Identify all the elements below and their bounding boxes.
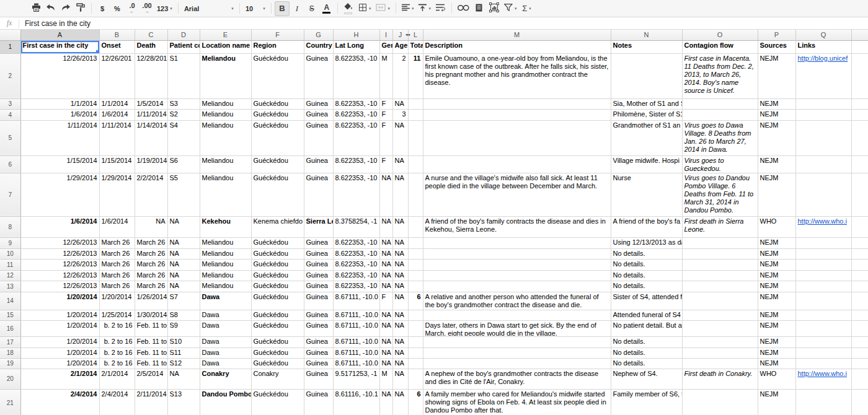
cell-H1[interactable]: Lat Long xyxy=(333,40,379,53)
cell-O14[interactable] xyxy=(682,292,758,310)
column-header-E[interactable]: E xyxy=(200,30,251,40)
cell-M5[interactable] xyxy=(423,120,611,155)
cell-R7[interactable] xyxy=(851,173,868,216)
decrease-decimal-button[interactable]: .0← xyxy=(125,1,140,16)
cell-C1[interactable]: Death xyxy=(135,40,167,53)
cell-P9[interactable]: NEJM xyxy=(758,237,795,248)
cell-N18[interactable]: No details. xyxy=(611,347,682,358)
cell-B15[interactable]: 1/25/2014 xyxy=(99,310,135,320)
cell-O7[interactable]: Virus goes to Dandou Pombo Village. 6 De… xyxy=(682,173,758,216)
cell-L6[interactable] xyxy=(408,155,423,173)
cell-E5[interactable]: Meliandou xyxy=(200,120,251,155)
cell-Q20[interactable]: http://www.who.i xyxy=(795,369,851,389)
cell-O11[interactable] xyxy=(682,259,758,270)
cell-B8[interactable]: 1/6/2014 xyxy=(99,216,135,237)
cell-G13[interactable]: Guinea xyxy=(304,281,333,292)
cell-J4[interactable]: 3 xyxy=(392,109,408,120)
cell-G2[interactable]: Guinea xyxy=(304,53,333,98)
column-header-partial[interactable] xyxy=(851,30,868,40)
cell-F17[interactable]: Guéckédou xyxy=(251,336,304,347)
cell-Q4[interactable] xyxy=(795,109,851,120)
cell-R21[interactable] xyxy=(851,389,868,415)
cell-F18[interactable]: Guéckédou xyxy=(251,347,304,358)
cell-L5[interactable] xyxy=(408,120,423,155)
cell-P21[interactable]: NEJM xyxy=(758,389,795,415)
row-header-12[interactable]: 12 xyxy=(0,270,20,281)
cell-E8[interactable]: Kekehou xyxy=(200,216,251,237)
cell-M4[interactable] xyxy=(423,109,611,120)
cell-B9[interactable]: March 26 xyxy=(99,237,135,248)
cell-D14[interactable]: S7 xyxy=(167,292,200,310)
cell-F19[interactable]: Guéckédou xyxy=(251,358,304,369)
cell-O12[interactable] xyxy=(682,270,758,281)
cell-G10[interactable]: Guinea xyxy=(304,248,333,259)
cell-N21[interactable]: Family member of S6, took care of S6. Us… xyxy=(611,389,682,415)
cell-H11[interactable]: 8.622353, -10 xyxy=(333,259,379,270)
cell-L3[interactable] xyxy=(408,98,423,109)
cell-R9[interactable] xyxy=(851,237,868,248)
cell-N20[interactable]: Nephew of S4. xyxy=(611,369,682,389)
cell-P20[interactable]: WHO xyxy=(758,369,795,389)
cell-I16[interactable]: NA xyxy=(379,320,392,336)
cell-D13[interactable]: NA xyxy=(167,281,200,292)
cell-N2[interactable] xyxy=(611,53,682,98)
cell-E2[interactable]: Meliandou xyxy=(200,53,251,98)
cell-L15[interactable] xyxy=(408,310,423,320)
cell-M21[interactable]: A family member who cared for Meliandou'… xyxy=(423,389,611,415)
cell-P3[interactable]: NEJM xyxy=(758,98,795,109)
cell-O19[interactable] xyxy=(682,358,758,369)
cell-L12[interactable] xyxy=(408,270,423,281)
cell-O8[interactable]: First death in Sierra Leone. xyxy=(682,216,758,237)
currency-format-button[interactable]: $ xyxy=(95,1,110,16)
cell-R1[interactable] xyxy=(851,40,868,53)
cell-E18[interactable]: Dawa xyxy=(200,347,251,358)
row-header-5[interactable]: 5 xyxy=(0,120,20,155)
cell-P19[interactable]: NEJM xyxy=(758,358,795,369)
cell-I21[interactable]: NA xyxy=(379,389,392,415)
cell-J12[interactable]: NA xyxy=(392,270,408,281)
cell-P10[interactable]: NEJM xyxy=(758,248,795,259)
horizontal-align-button[interactable]: ▾ xyxy=(399,1,417,16)
cell-I13[interactable]: NA xyxy=(379,281,392,292)
column-header-Q[interactable]: Q xyxy=(795,30,851,40)
cell-P15[interactable]: NEJM xyxy=(758,310,795,320)
cell-H14[interactable]: 8.67111, -10.0 xyxy=(333,292,379,310)
column-header-M[interactable]: M xyxy=(423,30,611,40)
cell-I8[interactable]: NA xyxy=(379,216,392,237)
cell-N3[interactable]: Sia, Mother of S1 and S2 xyxy=(611,98,682,109)
cell-F8[interactable]: Kenema chiefdo xyxy=(251,216,304,237)
cell-D17[interactable]: S10 xyxy=(167,336,200,347)
fill-color-button[interactable] xyxy=(341,1,356,16)
cell-Q15[interactable] xyxy=(795,310,851,320)
cell-F6[interactable]: Guéckédou xyxy=(251,155,304,173)
italic-button[interactable]: I xyxy=(290,1,304,16)
row-header-18[interactable]: 18 xyxy=(0,347,20,358)
row-header-11[interactable]: 11 xyxy=(0,259,20,270)
cell-R12[interactable] xyxy=(851,270,868,281)
cell-B6[interactable]: 1/15/2014 xyxy=(99,155,135,173)
cell-B14[interactable]: 1/20/2014 xyxy=(99,292,135,310)
cell-R8[interactable] xyxy=(851,216,868,237)
cell-P16[interactable]: NEJM xyxy=(758,320,795,336)
cell-C11[interactable]: March 26 xyxy=(135,259,167,270)
cell-C21[interactable]: 2/11/2014 xyxy=(135,389,167,415)
font-size-select[interactable]: 10▾ xyxy=(243,1,268,16)
column-header-B[interactable]: B xyxy=(99,30,135,40)
cell-O16[interactable] xyxy=(682,320,758,336)
cell-M2[interactable]: Emile Ouamouno, a one-year-old boy from … xyxy=(423,53,611,98)
cell-A5[interactable]: 1/11/2014 xyxy=(20,120,99,155)
cell-I9[interactable]: NA xyxy=(379,237,392,248)
row-header-19[interactable]: 19 xyxy=(0,358,20,369)
cell-P6[interactable]: NEJM xyxy=(758,155,795,173)
undo-button[interactable] xyxy=(43,1,58,16)
row-header-16[interactable]: 16 xyxy=(0,320,20,336)
cell-E1[interactable]: Location name xyxy=(200,40,251,53)
cell-H9[interactable]: 8.622353, -10 xyxy=(333,237,379,248)
cell-G17[interactable]: Guinea xyxy=(304,336,333,347)
cell-E10[interactable]: Meliandou xyxy=(200,248,251,259)
cell-F20[interactable]: Conakry xyxy=(251,369,304,389)
cell-F10[interactable]: Guéckédou xyxy=(251,248,304,259)
cell-M10[interactable] xyxy=(423,248,611,259)
cell-N9[interactable]: Using 12/13/2013 as date because it's th… xyxy=(611,237,682,248)
cell-R3[interactable] xyxy=(851,98,868,109)
